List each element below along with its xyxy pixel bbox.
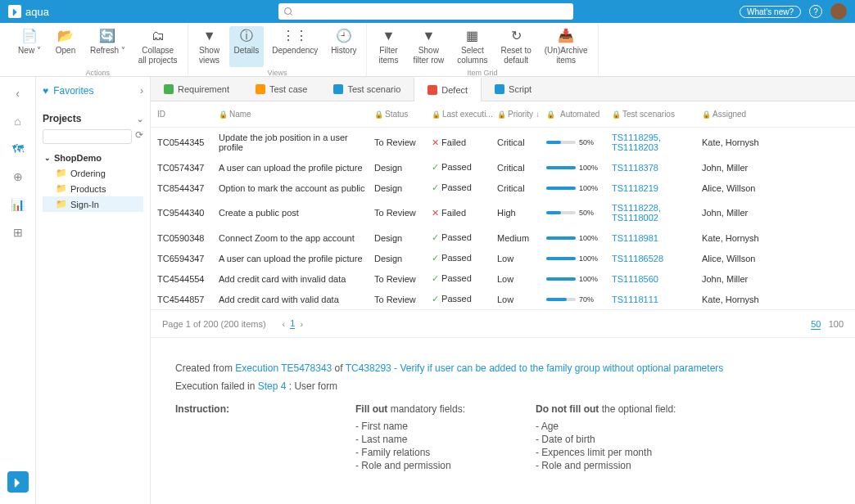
search-input[interactable] [278, 3, 573, 20]
ribbon-collapse-all-projects[interactable]: 🗂Collapseall projects [133, 26, 183, 67]
scenario-link[interactable]: TS1118111 [612, 295, 702, 304]
scenario-link[interactable]: TS1118981 [612, 233, 702, 243]
grid-header: ID🔒Name🔒Status🔒Last executi...🔒Priority … [151, 101, 855, 128]
ribbon-new-[interactable]: 📄New ˅ [13, 26, 46, 67]
pagesize-50[interactable]: 50 [811, 319, 821, 330]
ribbon-reset-to-default[interactable]: ↻Reset todefault [496, 26, 536, 67]
topbar: ⏵ aqua What's new? ? [0, 0, 855, 23]
lock-icon: 🔒 [612, 110, 621, 119]
scenario-link[interactable]: TS1118228, TS1118002 [612, 203, 702, 223]
pager: Page 1 of 200 (200 items) ‹ 1 › 50 100 [151, 309, 855, 337]
table-row[interactable]: TC9544340Create a public postTo Review✕ … [151, 198, 855, 227]
step-link[interactable]: Step 4 [258, 380, 287, 392]
item-grid: ID🔒Name🔒Status🔒Last executi...🔒Priority … [151, 101, 855, 337]
pager-next[interactable]: › [300, 319, 303, 329]
projects-icon[interactable]: 🗺 [10, 141, 26, 157]
search-bar [278, 3, 573, 20]
heart-icon: ♥ [43, 85, 48, 97]
lock-icon: 🔒 [546, 110, 555, 119]
instruction-label: Instruction: [175, 403, 229, 415]
column-header[interactable]: 🔒Assigned [702, 110, 776, 119]
pagesize-100[interactable]: 100 [829, 319, 844, 329]
aqua-badge-icon[interactable]: ⏵ [7, 471, 29, 493]
brand-logo[interactable]: ⏵ aqua [8, 5, 49, 18]
scenario-link[interactable]: TS11186528 [612, 254, 702, 263]
column-header[interactable]: 🔒Status [374, 110, 432, 119]
folder-icon: 📁 [56, 168, 67, 178]
tab-defect[interactable]: Defect [414, 77, 482, 101]
table-row[interactable]: TC8544347Option to mark the account as p… [151, 178, 855, 198]
detail-panel: Created from Execution TE5478343 of TC43… [151, 337, 855, 497]
pager-prev[interactable]: ‹ [283, 319, 286, 329]
folder-icon: 📁 [56, 199, 67, 209]
refresh-icon[interactable]: ⟳ [135, 129, 143, 144]
ribbon-history[interactable]: 🕘History [326, 26, 361, 67]
table-row[interactable]: TC0544345Update the job position in a us… [151, 128, 855, 157]
table-row[interactable]: TC4544554Add credit card with invalid da… [151, 268, 855, 289]
chevron-right-icon: › [140, 85, 143, 97]
back-icon[interactable]: ‹ [10, 85, 26, 101]
table-row[interactable]: TC0590348Connect Zoom to the app account… [151, 227, 855, 248]
whats-new-button[interactable]: What's new? [740, 6, 801, 18]
execution-link[interactable]: Execution TE5478343 [235, 362, 332, 374]
table-row[interactable]: TC6594347A user can upload the profile p… [151, 248, 855, 268]
ribbon-open[interactable]: 📂Open [49, 26, 82, 67]
column-header[interactable]: ID [157, 110, 219, 119]
tree-item-products[interactable]: 📁Products [43, 181, 143, 196]
report-icon[interactable]: 📊 [10, 196, 26, 213]
item-type-tabs: RequirementTest caseTest scenarioDefectS… [151, 77, 855, 101]
ribbon-show-filter-row[interactable]: ▼Showfilter row [408, 26, 449, 67]
column-header[interactable]: 🔒Priority ↓ [497, 110, 546, 119]
chevron-down-icon: ⌄ [137, 115, 143, 124]
tree-item-ordering[interactable]: 📁Ordering [43, 165, 143, 181]
pager-page[interactable]: 1 [290, 318, 295, 329]
tree-root[interactable]: ⌄ ShopDemo [43, 151, 143, 165]
lock-icon: 🔒 [432, 110, 441, 119]
scenario-link[interactable]: TS1118295, TS1118203 [612, 133, 702, 152]
column-header[interactable]: 🔒Automated [546, 110, 612, 119]
table-row[interactable]: TC4544857Add credit card with valid data… [151, 289, 855, 309]
lock-icon: 🔒 [374, 110, 383, 119]
column-header[interactable]: 🔒Name [219, 110, 374, 119]
scenario-link[interactable]: TS1118219 [612, 183, 702, 193]
chevron-down-icon: ⌄ [44, 154, 51, 162]
grid-icon[interactable]: ⊞ [10, 224, 26, 241]
tab-script[interactable]: Script [482, 77, 545, 101]
content: RequirementTest caseTest scenarioDefectS… [151, 77, 855, 504]
column-header[interactable]: 🔒Last executi... [432, 110, 497, 119]
scenario-link[interactable]: TS1118378 [612, 163, 702, 173]
lock-icon: 🔒 [497, 110, 506, 119]
tab-test-scenario[interactable]: Test scenario [320, 77, 414, 101]
help-icon[interactable]: ? [809, 5, 822, 18]
user-avatar[interactable] [830, 3, 847, 20]
scenario-link[interactable]: TS1118560 [612, 274, 702, 284]
tree-item-sign-in[interactable]: 📁Sign-In [43, 196, 143, 212]
pager-text: Page 1 of 200 (200 items) [162, 319, 266, 329]
projects-header[interactable]: Projects ⌄ [43, 113, 143, 124]
favorites-header[interactable]: ♥ Favorites › [43, 85, 143, 97]
ribbon-dependency[interactable]: ⋮⋮Dependency [267, 26, 323, 67]
ribbon: 📄New ˅📂Open🔄Refresh ˅🗂Collapseall projec… [0, 23, 855, 77]
left-rail: ‹ ⌂ 🗺 ⊕ 📊 ⊞ ⏵ [0, 77, 36, 504]
home-icon[interactable]: ⌂ [10, 113, 26, 129]
ribbon-show-views[interactable]: ▼Showviews [193, 26, 226, 67]
table-row[interactable]: TC0574347A user can upload the profile p… [151, 157, 855, 178]
testcase-link[interactable]: TC438293 - Verify if user can be added t… [346, 362, 724, 374]
lock-icon: 🔒 [219, 110, 228, 119]
brand-text: aqua [25, 6, 49, 18]
ribbon-select-columns[interactable]: ▦Selectcolumns [452, 26, 492, 67]
column-header[interactable]: 🔒Test scenarios [612, 110, 702, 119]
ribbon-details[interactable]: ⓘDetails [229, 26, 265, 67]
logo-icon: ⏵ [8, 5, 21, 18]
tab-test-case[interactable]: Test case [242, 77, 320, 101]
sidebar: ♥ Favorites › Projects ⌄ ⟳ ⌄ ShopDemo 📁O… [36, 77, 151, 504]
tab-requirement[interactable]: Requirement [151, 77, 242, 101]
ribbon-filter-items[interactable]: ▼Filteritems [372, 26, 405, 67]
lock-icon: 🔒 [702, 110, 711, 119]
project-search-input[interactable] [43, 129, 132, 144]
folder-icon: 📁 [56, 183, 67, 194]
plugin-icon[interactable]: ⊕ [10, 169, 26, 185]
ribbon-refresh-[interactable]: 🔄Refresh ˅ [85, 26, 130, 67]
ribbon--un-archive-items[interactable]: 📥(Un)Archiveitems [540, 26, 593, 67]
